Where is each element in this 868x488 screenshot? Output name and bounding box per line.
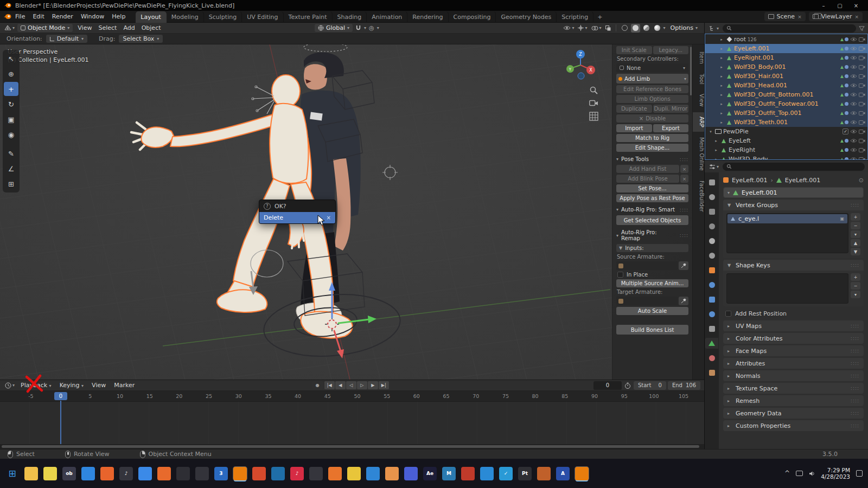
workspace-tab[interactable]: Scripting (557, 11, 593, 23)
timeline-ruler[interactable]: -505101520253035404550556065707580859095… (0, 391, 704, 402)
vertex-groups-panel-header[interactable]: ▼ Vertex Groups :::: (723, 200, 864, 210)
start-icon[interactable]: ⊞ (5, 467, 19, 480)
axis-x-label[interactable]: X (589, 68, 592, 73)
hide-eye-icon[interactable] (850, 65, 857, 69)
media-player-icon[interactable]: ♪ (119, 467, 133, 480)
tray-chevron-icon[interactable]: ^ (784, 470, 790, 477)
remove-vertex-group-button[interactable]: − (851, 222, 860, 229)
menubar-menu[interactable]: Help (108, 11, 129, 22)
view-menu[interactable]: View (88, 381, 109, 390)
workspace-tab[interactable]: Layout (136, 11, 166, 23)
expand-arrow-icon[interactable]: ▸ (719, 47, 724, 51)
hide-eye-icon[interactable] (850, 129, 857, 134)
painter-icon[interactable]: Pt (518, 467, 532, 480)
properties-tab-view-layer[interactable] (705, 221, 718, 232)
expand-arrow-icon[interactable]: ▸ (719, 84, 724, 88)
render-visibility-camera-icon[interactable] (859, 111, 865, 115)
arp-get-selected-objects-button[interactable]: Get Selected Objects (616, 215, 688, 225)
unlink-scene-icon[interactable]: × (797, 14, 802, 20)
outliner-row[interactable]: ▸ Wolf3D_Hair.001 (705, 72, 867, 81)
add-shape-key-button[interactable]: + (851, 273, 860, 281)
proportional-dropdown[interactable]: ▾ (377, 25, 379, 30)
expand-arrow-icon[interactable]: ▸ (719, 93, 724, 97)
collapsed-panel-header[interactable]: ▸ Texture Space :::: (723, 383, 864, 394)
menubar-menu[interactable]: Render (48, 11, 77, 22)
asset-app-icon[interactable]: A (556, 467, 570, 480)
sidebar-tab[interactable]: Mesh Online (693, 133, 704, 175)
properties-search-input[interactable] (723, 163, 865, 171)
maya-icon[interactable]: M (442, 467, 456, 480)
jump-to-end-button[interactable]: ▶| (379, 381, 389, 389)
blender-menu-icon[interactable] (3, 14, 11, 20)
properties-tab-output[interactable] (705, 206, 718, 217)
in-place-checkbox-row[interactable]: In Place (616, 272, 688, 278)
sidebar-tab[interactable]: Tool (693, 69, 704, 88)
hide-eye-icon[interactable] (850, 83, 857, 88)
maximize-button[interactable]: ▢ (832, 1, 848, 11)
vertex-group-entry[interactable]: c_eye.l ▣ (727, 214, 847, 223)
arp-auto-scale-button[interactable]: Auto Scale (616, 307, 688, 315)
workspace-tab[interactable]: Texture Paint (284, 11, 333, 23)
browser-blue-icon[interactable] (81, 467, 95, 480)
arp-limb-options-button[interactable]: Limb Options (616, 95, 688, 103)
dark-app-icon[interactable] (195, 467, 209, 480)
source-eyedropper-button[interactable] (679, 261, 688, 270)
remove-shape-key-button[interactable]: − (851, 282, 860, 290)
menubar-menu[interactable]: File (11, 11, 29, 22)
properties-tab-physics[interactable] (705, 309, 718, 319)
breadcrumb-data[interactable]: EyeLeft.001 (785, 177, 820, 184)
arp-add-hand-fist-button[interactable]: Add Hand Fist (616, 165, 679, 173)
render-visibility-camera-icon[interactable] (859, 92, 865, 97)
workspace-tab[interactable]: Compositing (449, 11, 496, 23)
end-frame-field[interactable]: End106 (668, 381, 700, 390)
auto-keying-button[interactable]: ● (312, 381, 323, 389)
arp-edit-shape-button[interactable]: Edit Shape... (616, 144, 688, 152)
next-keyframe-button[interactable]: ▶ (368, 381, 378, 389)
axis-z-label[interactable]: Z (579, 52, 582, 57)
firefox-icon[interactable] (100, 467, 114, 480)
collapsed-panel-header[interactable]: ▸ Normals :::: (723, 370, 864, 381)
expand-arrow-icon[interactable]: ▸ (719, 102, 724, 106)
outliner-row[interactable]: ▸ EyeRight (705, 145, 867, 155)
outliner-row[interactable]: ▸ Wolf3D_Outfit_Footwear.001 (705, 99, 867, 108)
arp-match-to-rig-button[interactable]: Match to Rig (616, 134, 688, 142)
workspace-tab[interactable]: + (593, 11, 606, 23)
render-visibility-camera-icon[interactable] (859, 74, 865, 79)
display-tray-icon[interactable] (796, 471, 803, 476)
snap-toggle[interactable] (354, 25, 362, 31)
music-icon[interactable]: ♪ (290, 467, 304, 480)
hide-eye-icon[interactable] (850, 147, 857, 152)
orientation-dropdown[interactable]: Default▾ (46, 35, 87, 43)
camera-view-icon[interactable] (589, 99, 598, 106)
sidebar-tab[interactable]: ARP (693, 112, 704, 132)
render-visibility-camera-icon[interactable] (859, 101, 865, 106)
render-visibility-camera-icon[interactable] (859, 55, 865, 60)
profile-icon[interactable] (309, 467, 323, 480)
outliner-row[interactable]: ▾ PewDPie ✓ (705, 127, 867, 136)
secondary-controllers-select[interactable]: None ▾ (616, 63, 688, 72)
measure-tool[interactable]: ∠ (4, 162, 18, 176)
taskbar-clock[interactable]: 7:29 PM 4/28/2023 (821, 467, 850, 480)
after-effects-icon[interactable]: Ae (423, 467, 437, 480)
filter-icon[interactable] (859, 25, 865, 31)
outliner-row[interactable]: ▸ Wolf3D_Head.001 (705, 81, 867, 90)
obsidian-icon[interactable]: ob (62, 467, 76, 480)
move-group-down-button[interactable]: ▼ (851, 248, 860, 255)
shape-keys-panel-header[interactable]: ▼ Shape Keys :::: (723, 260, 864, 271)
workspace-tab[interactable]: Modeling (167, 11, 204, 23)
remap-inputs-subsection[interactable]: ▼Inputs: (616, 244, 688, 252)
discord-icon[interactable] (404, 467, 418, 480)
properties-tab-render[interactable] (705, 191, 718, 202)
properties-tab-texture[interactable] (705, 367, 718, 378)
workspace-tab[interactable]: Geometry Nodes (496, 11, 557, 23)
properties-tab-object[interactable] (705, 265, 718, 275)
pycharm-icon[interactable] (480, 467, 494, 480)
collapsed-panel-header[interactable]: ▸ Remesh :::: (723, 395, 864, 406)
workspace-tab[interactable]: UV Editing (242, 11, 283, 23)
timeline-scrollbar[interactable] (0, 444, 704, 449)
arp-dupli-mirror-button[interactable]: Dupli. Mirror (653, 105, 689, 113)
expand-arrow-icon[interactable]: ▸ (719, 65, 724, 69)
hide-eye-icon[interactable] (850, 46, 857, 51)
play-reverse-button[interactable]: ◁ (346, 381, 356, 389)
arp-legacy-button[interactable]: Legacy... (653, 46, 689, 54)
